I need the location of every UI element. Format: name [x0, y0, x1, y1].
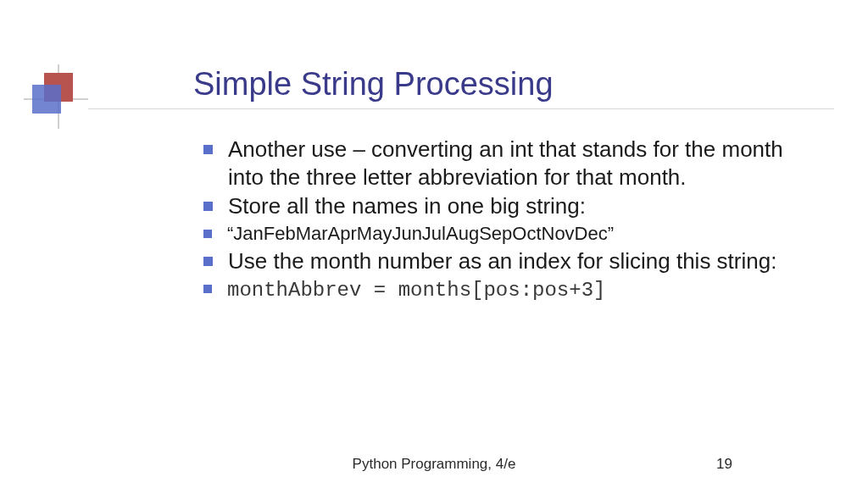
- footer-page-number: 19: [716, 456, 732, 473]
- bullet-item: Another use – converting an int that sta…: [203, 136, 814, 191]
- bullet-item: “JanFebMarAprMayJunJulAugSepOctNovDec”: [203, 222, 814, 247]
- bullet-text: Use the month number as an index for sli…: [228, 247, 776, 275]
- slide-title: Simple String Processing: [193, 66, 554, 103]
- bullet-item: monthAbbrev = months[pos:pos+3]: [203, 277, 814, 303]
- slide-logo: [32, 73, 85, 125]
- bullet-marker-icon: [203, 285, 212, 293]
- title-underline: [88, 108, 834, 109]
- bullet-marker-icon: [203, 230, 212, 238]
- bullet-code-text: monthAbbrev = months[pos:pos+3]: [227, 277, 605, 303]
- bullet-text: “JanFebMarAprMayJunJulAugSepOctNovDec”: [227, 222, 614, 247]
- bullet-item: Use the month number as an index for sli…: [203, 247, 814, 275]
- bullet-marker-icon: [203, 202, 213, 211]
- bullet-marker-icon: [203, 145, 213, 154]
- footer-book-title: Python Programming, 4/e: [353, 456, 516, 473]
- logo-blue-square: [32, 85, 61, 114]
- bullet-marker-icon: [203, 257, 213, 266]
- bullet-item: Store all the names in one big string:: [203, 192, 814, 220]
- slide-content: Another use – converting an int that sta…: [203, 136, 814, 305]
- bullet-text: Store all the names in one big string:: [228, 192, 586, 220]
- bullet-text: Another use – converting an int that sta…: [228, 136, 814, 191]
